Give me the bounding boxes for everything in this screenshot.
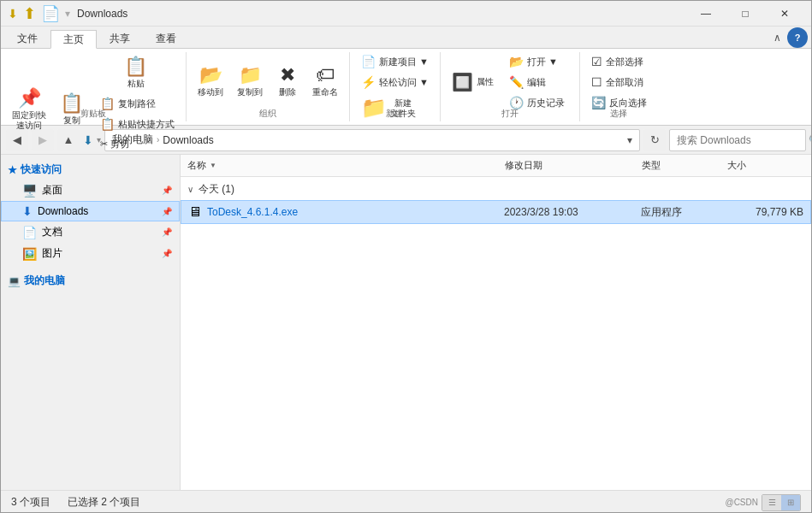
sidebar-item-pictures[interactable]: 🖼️ 图片 📌 <box>1 243 180 264</box>
file-date: 2023/3/28 19:03 <box>504 206 641 218</box>
properties-icon: 🔲 <box>452 72 473 92</box>
select-none-button[interactable]: ☐ 全部取消 <box>585 73 653 91</box>
tab-home[interactable]: 主页 <box>50 30 97 49</box>
ribbon-group-organize: 📂 移动到 📁 复制到 ✖ 删除 🏷 重命名 组织 <box>187 52 350 121</box>
desktop-icon: 🖥️ <box>22 184 37 198</box>
view-toggle: ☰ ⊞ <box>762 494 801 511</box>
move-icon: 📂 <box>199 64 222 86</box>
select-group-label: 选择 <box>580 108 658 120</box>
ribbon-collapse-button[interactable]: ∧ <box>767 27 787 48</box>
easy-access-button[interactable]: ⚡ 轻松访问 ▼ <box>355 73 435 91</box>
sidebar-item-downloads[interactable]: ⬇ Downloads 📌 <box>1 201 180 221</box>
quick-access-icon: ⬆ <box>23 4 36 23</box>
delete-icon: ✖ <box>280 64 295 86</box>
file-size: 79,779 KB <box>726 206 803 218</box>
properties-button[interactable]: 🔲 属性 <box>446 68 500 97</box>
ribbon-group-select: ☑ 全部选择 ☐ 全部取消 🔄 反向选择 选择 <box>580 52 658 121</box>
pin-icon-documents: 📌 <box>162 227 172 237</box>
ribbon-group-new: 📄 新建项目 ▼ ⚡ 轻松访问 ▼ 📁 新建 文件夹 新建 <box>350 52 441 121</box>
column-size[interactable]: 大小 <box>727 159 746 172</box>
copy-to-button[interactable]: 📁 复制到 <box>231 61 269 101</box>
ribbon-content: 📌 固定到快 速访问 📋 复制 📋 粘贴 📋 复制路径 <box>1 49 811 126</box>
edit-button[interactable]: ✏️ 编辑 <box>503 73 571 91</box>
ribbon-group-clipboard: 📌 固定到快 速访问 📋 复制 📋 粘贴 📋 复制路径 <box>1 52 187 121</box>
window-icon: ⬇ <box>8 7 18 21</box>
pin-icon-downloads: 📌 <box>162 207 172 216</box>
documents-icon: 📄 <box>22 226 37 239</box>
column-date[interactable]: 修改日期 <box>505 159 542 172</box>
tab-file[interactable]: 文件 <box>4 29 50 48</box>
new-item-button[interactable]: 📄 新建项目 ▼ <box>355 52 435 71</box>
address-dropdown-icon[interactable]: ▾ <box>627 134 632 146</box>
rename-icon: 🏷 <box>316 64 335 86</box>
pin-icon-pictures: 📌 <box>162 249 172 258</box>
search-bar: 🔍 <box>669 129 806 151</box>
rename-button[interactable]: 🏷 重命名 <box>306 61 344 101</box>
window-controls: — □ ✕ <box>686 1 804 27</box>
column-name[interactable]: 名称 <box>187 159 206 172</box>
refresh-button[interactable]: ↻ <box>643 129 666 151</box>
pin-icon: 📌 <box>18 87 41 109</box>
computer-icon: 💻 <box>8 275 21 287</box>
title-bar: ⬇ ⬆ 📄 ▾ Downloads — □ ✕ <box>1 1 811 27</box>
move-to-button[interactable]: 📂 移动到 <box>192 61 229 101</box>
status-bar: 3 个项目 已选择 2 个项目 @CSDN ☰ ⊞ <box>1 490 811 513</box>
column-type[interactable]: 类型 <box>642 159 661 172</box>
paste-button[interactable]: 📋 粘贴 <box>91 52 181 92</box>
file-name: ToDesk_4.6.1.4.exe <box>207 206 504 218</box>
maximize-button[interactable]: □ <box>726 1 765 27</box>
open-button[interactable]: 📂 打开 ▼ <box>503 52 571 71</box>
delete-button[interactable]: ✖ 删除 <box>270 61 305 101</box>
tab-share[interactable]: 共享 <box>97 29 143 48</box>
file-list-header: 名称 ▼ 修改日期 类型 大小 <box>181 155 811 177</box>
sort-icon: ▼ <box>210 162 216 169</box>
search-icon: 🔍 <box>809 134 812 146</box>
main-area: ★ 快速访问 🖥️ 桌面 📌 ⬇ Downloads 📌 📄 文档 📌 🖼️ 图… <box>1 155 811 490</box>
open-group-label: 打开 <box>441 108 579 120</box>
new-group-label: 新建 <box>350 108 440 120</box>
select-all-button[interactable]: ☑ 全部选择 <box>585 52 653 71</box>
pin-icon-desktop: 📌 <box>162 186 172 195</box>
large-icon-view-button[interactable]: ⊞ <box>781 495 800 510</box>
selected-count: 已选择 2 个项目 <box>68 495 140 510</box>
sidebar: ★ 快速访问 🖥️ 桌面 📌 ⬇ Downloads 📌 📄 文档 📌 🖼️ 图… <box>1 155 181 490</box>
my-computer-header[interactable]: 💻 我的电脑 <box>1 271 180 291</box>
file-type: 应用程序 <box>641 205 726 220</box>
downloads-icon: ⬇ <box>22 204 33 218</box>
close-button[interactable]: ✕ <box>765 1 804 27</box>
group-today: ∨ 今天 (1) <box>181 177 811 200</box>
tab-view[interactable]: 查看 <box>143 29 189 48</box>
group-chevron-today[interactable]: ∨ <box>187 185 193 194</box>
details-view-button[interactable]: ☰ <box>762 495 781 510</box>
help-button[interactable]: ? <box>787 27 808 48</box>
item-count: 3 个项目 <box>11 495 50 510</box>
file-list: 名称 ▼ 修改日期 类型 大小 ∨ 今天 (1) 🖥 ToDesk_4.6.1.… <box>181 155 811 490</box>
pictures-icon: 🖼️ <box>22 247 37 261</box>
cut-button[interactable]: ✂ 剪切 <box>94 135 181 153</box>
sidebar-item-documents[interactable]: 📄 文档 📌 <box>1 221 180 243</box>
search-input[interactable] <box>677 134 805 146</box>
ribbon-tab-bar: 文件 主页 共享 查看 ∧ ? <box>1 27 811 49</box>
folder-icon: 📄 <box>41 4 60 23</box>
status-watermark: @CSDN ☰ ⊞ <box>726 494 802 511</box>
paste-icon: 📋 <box>124 56 147 78</box>
sidebar-item-desktop[interactable]: 🖥️ 桌面 📌 <box>1 180 180 201</box>
paste-label: 粘贴 <box>127 79 145 89</box>
window-title: Downloads <box>77 8 686 20</box>
table-row[interactable]: 🖥 ToDesk_4.6.1.4.exe 2023/3/28 19:03 应用程… <box>181 200 811 224</box>
minimize-button[interactable]: — <box>686 1 726 27</box>
copy-to-icon: 📁 <box>239 64 262 86</box>
ribbon-group-open: 🔲 属性 📂 打开 ▼ ✏️ 编辑 🕐 历史记录 <box>441 52 580 121</box>
organize-group-label: 组织 <box>187 108 349 120</box>
file-icon: 🖥 <box>188 204 202 220</box>
clipboard-group-label: 剪贴板 <box>1 108 186 120</box>
